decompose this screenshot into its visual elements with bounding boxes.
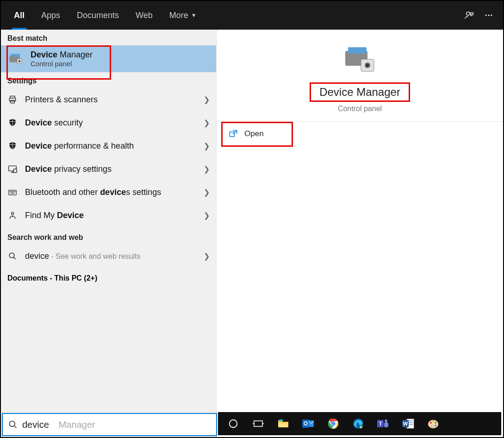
chevron-right-icon: ❯ <box>204 95 210 104</box>
svg-point-33 <box>230 420 237 428</box>
preview-header: Device Manager Control panel <box>217 30 503 122</box>
svg-rect-37 <box>278 423 288 427</box>
chevron-right-icon: ❯ <box>204 211 210 220</box>
results-panel: Best match Device Manager Control panel … <box>1 30 216 437</box>
cortana-button[interactable] <box>222 413 245 434</box>
search-input[interactable]: device Manager <box>2 413 217 436</box>
tab-all[interactable]: All <box>6 1 33 30</box>
svg-line-32 <box>14 426 17 428</box>
file-explorer-button[interactable] <box>272 413 295 434</box>
svg-rect-30 <box>230 132 235 137</box>
settings-label: Bluetooth and other devices settings <box>25 188 196 197</box>
teams-button[interactable]: T <box>372 413 395 434</box>
settings-row[interactable]: Device security❯ <box>1 111 216 134</box>
settings-label: Printers & scanners <box>25 95 196 105</box>
svg-point-16 <box>10 192 10 192</box>
best-match-item[interactable]: Device Manager Control panel <box>1 45 216 72</box>
svg-point-2 <box>488 15 490 16</box>
shield-icon <box>7 141 18 150</box>
paint-button[interactable] <box>422 413 445 434</box>
svg-point-18 <box>13 192 13 192</box>
svg-point-45 <box>332 422 335 425</box>
open-icon <box>229 129 238 138</box>
search-typed-text: device <box>22 419 49 430</box>
svg-text:T: T <box>379 421 382 426</box>
search-window: All Apps Documents Web More▼ Best match … <box>0 0 504 438</box>
search-tabs: All Apps Documents Web More▼ <box>1 1 503 30</box>
settings-label: Device security <box>25 118 196 128</box>
svg-point-23 <box>9 253 14 258</box>
web-search-hint: - See work and web results <box>49 252 140 260</box>
svg-point-62 <box>435 425 436 426</box>
settings-row[interactable]: Find My Device❯ <box>1 204 216 227</box>
more-options-icon[interactable] <box>479 1 498 30</box>
tab-label: Documents <box>77 11 119 20</box>
settings-header: Settings <box>1 72 216 88</box>
svg-rect-26 <box>348 47 367 54</box>
tab-apps[interactable]: Apps <box>33 1 68 30</box>
device-manager-large-icon <box>342 43 379 75</box>
svg-point-31 <box>10 421 15 427</box>
search-icon <box>7 252 18 260</box>
chevron-right-icon: ❯ <box>204 252 210 261</box>
feedback-icon[interactable] <box>460 1 479 30</box>
svg-point-21 <box>12 212 14 214</box>
tab-more[interactable]: More▼ <box>161 1 205 30</box>
documents-header: Documents - This PC (2+) <box>1 268 216 289</box>
highlight-box: Device Manager <box>310 82 410 102</box>
search-icon <box>8 420 18 429</box>
tab-label: Web <box>136 11 153 20</box>
web-search-row[interactable]: device - See work and web results ❯ <box>1 244 216 268</box>
settings-row[interactable]: Bluetooth and other devices settings❯ <box>1 181 216 204</box>
settings-row[interactable]: Device privacy settings❯ <box>1 157 216 181</box>
open-action[interactable]: Open <box>217 122 503 146</box>
chevron-right-icon: ❯ <box>204 188 210 197</box>
best-match-subtitle: Control panel <box>31 60 93 68</box>
bottom-row: device Manager O T W <box>2 413 502 436</box>
tab-label: More <box>169 11 188 20</box>
word-button[interactable]: W <box>397 413 420 434</box>
settings-label: Device performance & health <box>25 141 196 151</box>
open-label: Open <box>244 129 264 138</box>
svg-point-0 <box>467 12 470 15</box>
web-search-label: device - See work and web results <box>25 251 196 261</box>
best-match-title-rest: Manager <box>57 50 93 59</box>
svg-point-50 <box>385 419 387 422</box>
svg-line-24 <box>13 257 16 259</box>
outlook-button[interactable]: O <box>297 413 320 434</box>
printer-icon <box>7 95 18 104</box>
svg-point-3 <box>491 15 492 16</box>
tab-documents[interactable]: Documents <box>68 1 127 30</box>
chevron-down-icon: ▼ <box>191 12 197 19</box>
svg-point-63 <box>431 425 434 427</box>
svg-rect-5 <box>11 54 20 57</box>
content-area: Best match Device Manager Control panel … <box>1 30 503 437</box>
settings-list: Printers & scanners❯Device security❯Devi… <box>1 88 216 227</box>
person-icon <box>7 211 18 220</box>
svg-text:W: W <box>403 421 408 426</box>
svg-rect-15 <box>9 190 17 195</box>
best-match-text: Device Manager Control panel <box>31 50 93 68</box>
tab-label: All <box>14 11 25 20</box>
chevron-right-icon: ❯ <box>204 165 210 174</box>
svg-rect-14 <box>14 169 17 173</box>
taskbar: O T W <box>218 412 501 435</box>
settings-row[interactable]: Device performance & health❯ <box>1 134 216 157</box>
svg-point-7 <box>19 60 21 63</box>
keyboard-icon <box>7 188 18 197</box>
tab-web[interactable]: Web <box>127 1 161 30</box>
best-match-header: Best match <box>1 30 216 45</box>
edge-button[interactable] <box>347 413 370 434</box>
svg-point-19 <box>14 192 15 192</box>
settings-label: Device privacy settings <box>25 164 196 174</box>
svg-point-22 <box>12 216 13 217</box>
svg-rect-10 <box>11 100 14 103</box>
svg-text:O: O <box>304 420 308 427</box>
settings-row[interactable]: Printers & scanners❯ <box>1 88 216 111</box>
search-work-web-header: Search work and web <box>1 227 216 244</box>
chevron-right-icon: ❯ <box>204 119 210 127</box>
taskview-button[interactable] <box>247 413 270 434</box>
svg-rect-34 <box>254 421 262 426</box>
chrome-button[interactable] <box>322 413 345 434</box>
search-ghost-text: Manager <box>59 419 95 430</box>
